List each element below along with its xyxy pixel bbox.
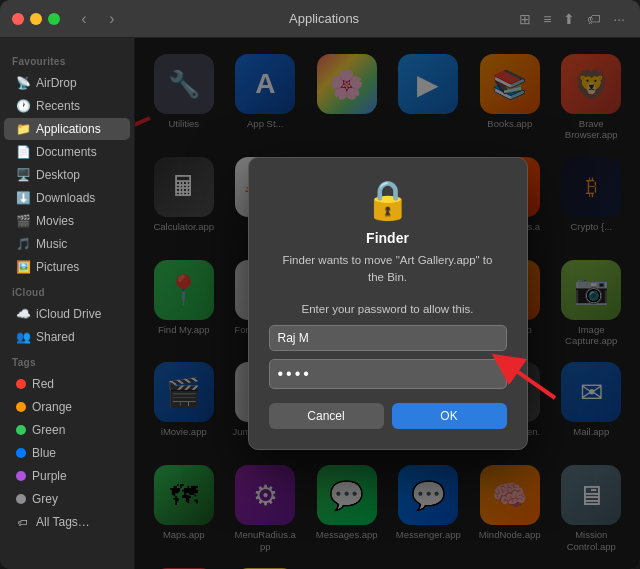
all-tags-icon: 🏷 (16, 515, 30, 529)
shared-label: Shared (36, 330, 75, 344)
sidebar-item-tag-blue[interactable]: Blue (4, 442, 130, 464)
modal-prompt: Enter your password to allow this. (269, 303, 507, 315)
airdrop-label: AirDrop (36, 76, 77, 90)
tag-orange-dot (16, 402, 26, 412)
recents-label: Recents (36, 99, 80, 113)
tag-green-dot (16, 425, 26, 435)
view-icon[interactable]: ⊞ (516, 8, 534, 30)
sidebar-item-shared[interactable]: 👥 Shared (4, 326, 130, 348)
tag-green-label: Green (32, 423, 65, 437)
shared-icon: 👥 (16, 330, 30, 344)
modal-message: Finder wants to move "Art Gallery.app" t… (283, 252, 493, 284)
modal-buttons: Cancel OK (269, 403, 507, 429)
sidebar-item-pictures[interactable]: 🖼️ Pictures (4, 256, 130, 278)
sidebar-item-movies[interactable]: 🎬 Movies (4, 210, 130, 232)
sidebar-item-downloads[interactable]: ⬇️ Downloads (4, 187, 130, 209)
finder-window: ‹ › Applications ⊞ ≡ ⬆ 🏷 ··· Favourites … (0, 0, 640, 569)
toolbar-right: ⊞ ≡ ⬆ 🏷 ··· (516, 8, 628, 30)
forward-button[interactable]: › (100, 7, 124, 31)
tag-blue-dot (16, 448, 26, 458)
music-label: Music (36, 237, 67, 251)
title-bar: ‹ › Applications ⊞ ≡ ⬆ 🏷 ··· (0, 0, 640, 38)
cancel-button[interactable]: Cancel (269, 403, 384, 429)
sidebar-item-tag-orange[interactable]: Orange (4, 396, 130, 418)
tag-grey-dot (16, 494, 26, 504)
auth-modal: 🔒 Finder Finder wants to move "Art Galle… (248, 157, 528, 449)
nav-buttons: ‹ › (72, 7, 124, 31)
maximize-button[interactable] (48, 13, 60, 25)
tag-grey-label: Grey (32, 492, 58, 506)
sort-icon[interactable]: ≡ (540, 8, 554, 30)
desktop-label: Desktop (36, 168, 80, 182)
applications-icon: 📁 (16, 122, 30, 136)
main-layout: Favourites 📡 AirDrop 🕐 Recents 📁 Applica… (0, 38, 640, 569)
desktop-icon: 🖥️ (16, 168, 30, 182)
ok-button[interactable]: OK (392, 403, 507, 429)
sidebar-item-tag-all[interactable]: 🏷 All Tags… (4, 511, 130, 533)
minimize-button[interactable] (30, 13, 42, 25)
sidebar-item-documents[interactable]: 📄 Documents (4, 141, 130, 163)
favourites-label: Favourites (0, 48, 134, 71)
more-icon[interactable]: ··· (610, 8, 628, 30)
tag-red-dot (16, 379, 26, 389)
tag-purple-dot (16, 471, 26, 481)
modal-title: Finder (366, 230, 409, 246)
movies-icon: 🎬 (16, 214, 30, 228)
sidebar-item-tag-purple[interactable]: Purple (4, 465, 130, 487)
tag-blue-label: Blue (32, 446, 56, 460)
close-button[interactable] (12, 13, 24, 25)
downloads-icon: ⬇️ (16, 191, 30, 205)
icloud-drive-icon: ☁️ (16, 307, 30, 321)
recents-icon: 🕐 (16, 99, 30, 113)
modal-header: 🔒 Finder Finder wants to move "Art Galle… (269, 178, 507, 288)
movies-label: Movies (36, 214, 74, 228)
password-input[interactable] (269, 359, 507, 389)
tag-purple-label: Purple (32, 469, 67, 483)
share-icon[interactable]: ⬆ (560, 8, 578, 30)
icloud-drive-label: iCloud Drive (36, 307, 101, 321)
pictures-label: Pictures (36, 260, 79, 274)
window-title: Applications (132, 11, 516, 26)
back-button[interactable]: ‹ (72, 7, 96, 31)
sidebar-item-music[interactable]: 🎵 Music (4, 233, 130, 255)
sidebar-item-recents[interactable]: 🕐 Recents (4, 95, 130, 117)
tags-label: Tags (0, 349, 134, 372)
lock-icon: 🔒 (364, 178, 411, 222)
sidebar-item-airdrop[interactable]: 📡 AirDrop (4, 72, 130, 94)
pictures-icon: 🖼️ (16, 260, 30, 274)
sidebar-item-tag-red[interactable]: Red (4, 373, 130, 395)
airdrop-icon: 📡 (16, 76, 30, 90)
tag-red-label: Red (32, 377, 54, 391)
sidebar-item-tag-green[interactable]: Green (4, 419, 130, 441)
sidebar-item-icloud-drive[interactable]: ☁️ iCloud Drive (4, 303, 130, 325)
tag-all-label: All Tags… (36, 515, 90, 529)
content-area: 🔧 Utilities A App St... 🌸 ▶ 📚 Boo (135, 38, 640, 569)
sidebar-item-applications[interactable]: 📁 Applications (4, 118, 130, 140)
documents-label: Documents (36, 145, 97, 159)
icloud-label: iCloud (0, 279, 134, 302)
sidebar-item-desktop[interactable]: 🖥️ Desktop (4, 164, 130, 186)
tag-orange-label: Orange (32, 400, 72, 414)
sidebar-item-tag-grey[interactable]: Grey (4, 488, 130, 510)
music-icon: 🎵 (16, 237, 30, 251)
tag-icon[interactable]: 🏷 (584, 8, 604, 30)
applications-label: Applications (36, 122, 101, 136)
downloads-label: Downloads (36, 191, 95, 205)
traffic-lights (12, 13, 60, 25)
documents-icon: 📄 (16, 145, 30, 159)
username-input[interactable] (269, 325, 507, 351)
sidebar: Favourites 📡 AirDrop 🕐 Recents 📁 Applica… (0, 38, 135, 569)
modal-overlay: 🔒 Finder Finder wants to move "Art Galle… (135, 38, 640, 569)
